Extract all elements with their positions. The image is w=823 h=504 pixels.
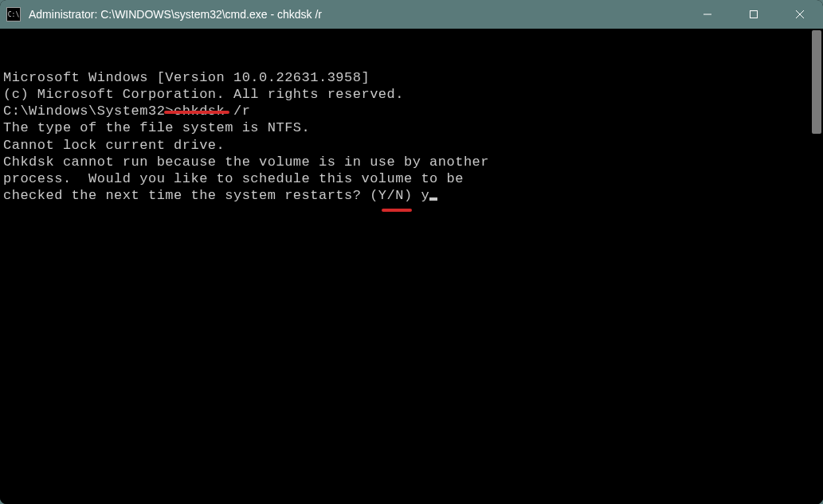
- window-title: Administrator: C:\WINDOWS\system32\cmd.e…: [29, 8, 684, 21]
- terminal-output[interactable]: Microsoft Windows [Version 10.0.22631.39…: [0, 29, 810, 504]
- window-controls: [684, 0, 823, 29]
- titlebar[interactable]: C:\ Administrator: C:\WINDOWS\system32\c…: [0, 0, 823, 29]
- output-line: Chkdsk cannot run because the volume is …: [3, 154, 807, 170]
- prompt-path: C:\Windows\System32>: [3, 104, 174, 119]
- minimize-icon: [703, 10, 712, 19]
- cmd-icon: C:\: [6, 7, 21, 21]
- text-cursor: [429, 197, 437, 201]
- user-answer: y: [421, 188, 429, 203]
- scrollbar-thumb[interactable]: [812, 30, 821, 134]
- terminal-area: Microsoft Windows [Version 10.0.22631.39…: [0, 29, 823, 504]
- annotation-underline-command: [164, 111, 229, 114]
- prompt-line: C:\Windows\System32>chkdsk /r: [3, 103, 807, 119]
- minimize-button[interactable]: [684, 0, 731, 29]
- output-line: Microsoft Windows [Version 10.0.22631.39…: [3, 69, 807, 86]
- svg-rect-1: [750, 11, 758, 18]
- prompt-question-line: checked the next time the system restart…: [3, 187, 807, 204]
- close-icon: [795, 10, 805, 19]
- output-line: Cannot lock current drive.: [3, 137, 807, 154]
- vertical-scrollbar[interactable]: [810, 29, 823, 504]
- output-line: process. Would you like to schedule this…: [3, 170, 807, 187]
- maximize-icon: [749, 10, 758, 19]
- close-button[interactable]: [777, 0, 823, 29]
- annotation-underline-answer: [382, 209, 412, 212]
- maximize-button[interactable]: [731, 0, 777, 29]
- output-line: (c) Microsoft Corporation. All rights re…: [3, 86, 807, 103]
- output-line: The type of the file system is NTFS.: [3, 119, 807, 136]
- cmd-window: C:\ Administrator: C:\WINDOWS\system32\c…: [0, 0, 823, 504]
- question-text: checked the next time the system restart…: [3, 188, 421, 203]
